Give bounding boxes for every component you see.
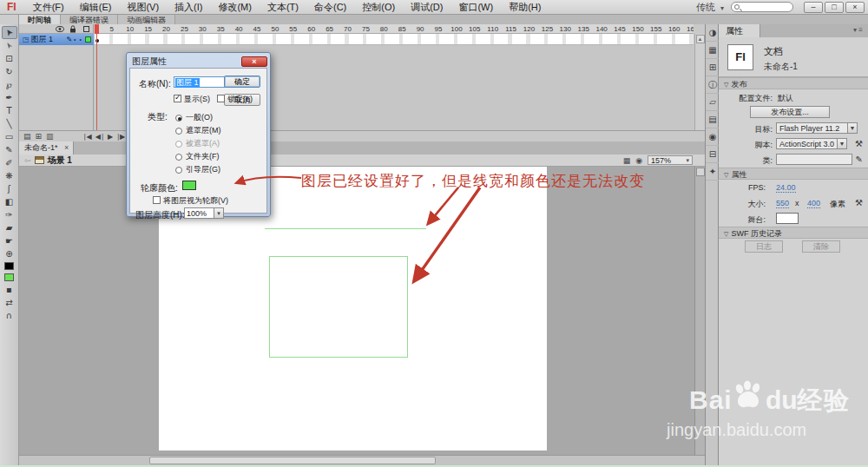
layer-type-option[interactable]: 一般(O) <box>175 111 221 124</box>
stage-color-swatch[interactable] <box>776 213 799 224</box>
hand-tool[interactable]: ☛ <box>2 234 17 247</box>
paint-bucket-tool[interactable]: ◧ <box>2 195 17 208</box>
stroke-color-swatch[interactable] <box>4 262 14 270</box>
menu-item[interactable]: 帮助(H) <box>501 2 549 12</box>
subselection-tool[interactable]: ➣ <box>2 39 17 52</box>
layer-row[interactable]: ◳ 图层 1 ✎ • • <box>19 34 94 45</box>
transform-panel-icon[interactable]: ▱ <box>706 94 720 111</box>
outline-all-icon[interactable] <box>82 25 90 32</box>
new-folder-icon[interactable]: ⊞ <box>36 132 43 141</box>
pencil-tool[interactable]: ✎ <box>2 143 17 156</box>
black-white-icon[interactable]: ▪ <box>2 283 17 296</box>
search-input[interactable] <box>731 2 793 12</box>
ok-button[interactable]: 确定 <box>224 76 260 88</box>
timeline-ruler[interactable]: 5101520253035404550556065707580859095100… <box>95 24 694 34</box>
panel-menu-icon[interactable]: ▾ ≡ <box>853 24 868 37</box>
workspace-switcher[interactable]: 传统 ▾ <box>696 1 724 14</box>
outline-color-swatch[interactable] <box>182 181 196 190</box>
rectangle-tool[interactable]: ▭ <box>2 130 17 143</box>
lock-checkbox[interactable] <box>217 95 225 102</box>
lock-all-icon[interactable] <box>69 25 77 32</box>
fill-color-swatch[interactable] <box>4 273 14 281</box>
scrollbar-thumb[interactable] <box>149 457 436 464</box>
swatches-panel-icon[interactable]: ▦ <box>706 42 720 59</box>
scene-name[interactable]: 场景 1 <box>48 155 72 167</box>
layer-frames-row[interactable] <box>95 34 694 45</box>
stage-horizontal-scrollbar[interactable] <box>19 455 705 465</box>
dialog-title-bar[interactable]: 图层属性 × <box>129 55 267 68</box>
clear-button[interactable]: 清除 <box>802 240 840 253</box>
fps-value[interactable]: 24.00 <box>776 183 796 193</box>
radio-icon[interactable] <box>175 154 182 161</box>
publish-settings-button[interactable]: 发布设置... <box>750 106 830 118</box>
class-input[interactable] <box>776 154 852 165</box>
size-width-value[interactable]: 550 <box>776 199 789 208</box>
playhead-marker[interactable] <box>95 24 99 34</box>
close-button[interactable]: × <box>845 2 865 13</box>
step-forward-button[interactable]: ∣▶ <box>116 133 125 141</box>
menu-item[interactable]: 文本(T) <box>260 2 306 12</box>
browser-panel-icon[interactable]: ◉ <box>706 128 720 146</box>
layer-name[interactable]: 图层 1 <box>31 34 67 45</box>
bone-tool[interactable]: ʃ <box>2 182 17 195</box>
maximize-button[interactable]: □ <box>825 2 844 13</box>
selection-tool[interactable]: ➤ <box>2 26 17 39</box>
menu-item[interactable]: 修改(M) <box>210 2 260 12</box>
target-select[interactable]: Flash Player 11.2 ▼ <box>776 122 858 134</box>
deco-tool[interactable]: ❋ <box>2 169 17 182</box>
color-panel-icon[interactable]: ◑ <box>706 24 720 42</box>
rotation-3d-tool[interactable]: ↻ <box>2 65 17 78</box>
new-layer-icon[interactable]: ▤ <box>23 132 31 141</box>
eyedropper-tool[interactable]: ✑ <box>2 208 17 221</box>
drawn-rectangle[interactable] <box>269 256 408 358</box>
wrench-icon[interactable]: ⚒ <box>855 139 863 148</box>
text-tool[interactable]: T <box>2 104 17 117</box>
eraser-tool[interactable]: ▰ <box>2 221 17 234</box>
pencil-icon[interactable]: ✎ <box>856 155 863 164</box>
scroll-box[interactable] <box>696 168 705 176</box>
close-icon[interactable]: × <box>64 143 69 152</box>
log-button[interactable]: 日志 <box>745 240 783 253</box>
stage-area[interactable] <box>19 167 705 467</box>
swap-colors-icon[interactable]: ⇄ <box>2 296 17 309</box>
scroll-up-icon[interactable]: ▲ <box>696 35 705 43</box>
properties-section-header[interactable]: ▽属性 <box>719 168 868 180</box>
step-back-button[interactable]: ◀∣ <box>95 133 104 141</box>
motion-presets-panel-icon[interactable]: ✦ <box>706 163 720 181</box>
menu-item[interactable]: 文件(F) <box>25 2 72 12</box>
radio-icon[interactable] <box>175 128 182 135</box>
menu-item[interactable]: 调试(D) <box>403 2 450 12</box>
lock-dot-icon[interactable]: • <box>80 36 82 43</box>
library-panel-icon[interactable]: ▤ <box>706 111 720 128</box>
components-panel-icon[interactable]: ⊟ <box>706 146 720 163</box>
menu-item[interactable]: 编辑(E) <box>72 2 120 12</box>
layer-type-option[interactable]: 引导层(G) <box>175 163 221 176</box>
stage-zoom-select[interactable]: 157% ▾ <box>648 155 693 165</box>
menu-item[interactable]: 窗口(W) <box>450 2 501 12</box>
line-tool[interactable]: ╲ <box>2 117 17 130</box>
show-hide-all-icon[interactable] <box>56 25 64 32</box>
publish-section-header[interactable]: ▽发布 <box>719 77 868 89</box>
visibility-dot-icon[interactable]: • <box>74 36 76 43</box>
delete-layer-icon[interactable]: ▥ <box>46 132 54 141</box>
wrench-icon[interactable]: ⚒ <box>855 198 863 207</box>
tab-properties[interactable]: 属性 <box>719 24 760 37</box>
play-button[interactable]: ▶ <box>108 133 113 141</box>
zoom-tool[interactable]: ⊕ <box>2 247 17 260</box>
pen-tool[interactable]: ✒ <box>2 91 17 104</box>
edit-scene-icon[interactable]: ▦ <box>623 156 631 165</box>
layer-type-option[interactable]: 遮罩层(M) <box>175 124 221 137</box>
edit-symbol-icon[interactable]: ◉ <box>635 156 642 165</box>
layer-type-option[interactable]: 文件夹(F) <box>175 150 221 163</box>
lasso-tool[interactable]: ℘ <box>2 78 17 91</box>
show-checkbox[interactable] <box>174 95 181 102</box>
menu-item[interactable]: 插入(I) <box>167 2 210 12</box>
menu-item[interactable]: 视图(V) <box>119 2 167 12</box>
document-tab[interactable]: 未命名-1* × <box>19 141 74 155</box>
swf-history-section-header[interactable]: ▽SWF 历史记录 <box>719 227 868 239</box>
go-to-first-frame-button[interactable]: ∣◀ <box>83 133 92 141</box>
align-panel-icon[interactable]: ⊞ <box>706 59 720 76</box>
drawn-line[interactable] <box>265 228 426 229</box>
menu-item[interactable]: 控制(O) <box>354 2 403 12</box>
minimize-button[interactable]: – <box>804 2 823 13</box>
